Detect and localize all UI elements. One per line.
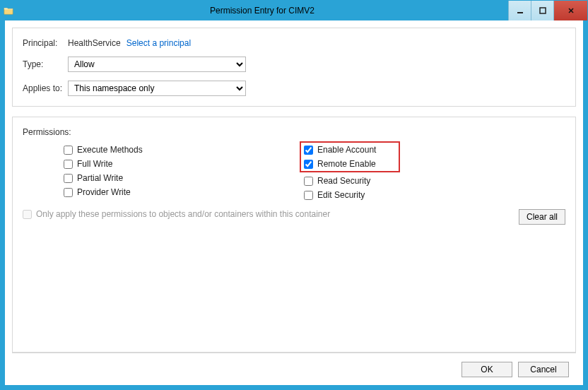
applies-row: Applies to: This namespace only [23, 81, 565, 96]
perm-checkbox[interactable] [304, 146, 313, 155]
only-apply-checkbox[interactable] [23, 210, 32, 219]
applies-select[interactable]: This namespace only [68, 81, 246, 96]
principal-row: Principal: HealthService Select a princi… [23, 38, 565, 48]
type-label: Type: [23, 59, 68, 69]
titlebar: Permission Entry for CIMV2 [1, 1, 587, 20]
perm-edit-security[interactable]: Edit Security [304, 188, 544, 202]
perm-provider-write[interactable]: Provider Write [64, 185, 304, 199]
perm-label: Enable Account [317, 145, 376, 155]
perm-partial-write[interactable]: Partial Write [64, 171, 304, 185]
type-row: Type: Allow [23, 57, 565, 72]
window-title: Permission Entry for CIMV2 [16, 1, 508, 20]
header-panel: Principal: HealthService Select a princi… [12, 28, 576, 107]
perm-remote-enable[interactable]: Remote Enable [304, 157, 396, 171]
permissions-panel: Permissions: Execute Methods Full Write [12, 117, 576, 353]
maximize-button[interactable] [531, 1, 553, 20]
principal-value: HealthService [68, 38, 121, 48]
permissions-footer: Only apply these permissions to objects … [23, 209, 565, 225]
perm-enable-account[interactable]: Enable Account [304, 143, 396, 157]
perm-checkbox[interactable] [64, 160, 73, 169]
perm-label: Remote Enable [317, 159, 376, 169]
perm-execute-methods[interactable]: Execute Methods [64, 143, 304, 157]
perm-checkbox[interactable] [304, 160, 313, 169]
perm-checkbox[interactable] [304, 191, 313, 200]
only-apply-row[interactable]: Only apply these permissions to objects … [23, 209, 330, 219]
perm-read-security[interactable]: Read Security [304, 174, 544, 188]
client-area: Principal: HealthService Select a princi… [1, 20, 587, 389]
only-apply-label: Only apply these permissions to objects … [36, 209, 330, 219]
highlight-enable-permissions: Enable Account Remote Enable [300, 141, 400, 172]
perm-label: Provider Write [77, 187, 131, 197]
perm-full-write[interactable]: Full Write [64, 157, 304, 171]
cancel-button[interactable]: Cancel [518, 362, 569, 377]
folder-icon [1, 1, 16, 20]
svg-rect-1 [540, 8, 546, 13]
perm-label: Edit Security [317, 190, 365, 200]
permissions-grid: Execute Methods Full Write Partial Write [23, 143, 565, 202]
minimize-button[interactable] [508, 1, 531, 20]
type-select[interactable]: Allow [68, 57, 246, 72]
perm-label: Partial Write [77, 173, 123, 183]
applies-label: Applies to: [23, 83, 68, 93]
window-controls [508, 1, 587, 20]
principal-label: Principal: [23, 38, 68, 48]
dialog-footer: OK Cancel [12, 353, 576, 385]
perm-label: Full Write [77, 159, 112, 169]
perm-checkbox[interactable] [64, 174, 73, 183]
svg-rect-0 [517, 12, 523, 13]
ok-button[interactable]: OK [461, 362, 512, 377]
perm-checkbox[interactable] [64, 146, 73, 155]
close-button[interactable] [553, 1, 587, 20]
content: Principal: HealthService Select a princi… [5, 20, 583, 385]
perm-label: Execute Methods [77, 145, 143, 155]
clear-all-button[interactable]: Clear all [519, 209, 565, 225]
permissions-col-left: Execute Methods Full Write Partial Write [64, 143, 304, 202]
perm-checkbox[interactable] [64, 188, 73, 197]
permissions-col-right: Enable Account Remote Enable Read Securi… [304, 143, 544, 202]
select-principal-link[interactable]: Select a principal [127, 38, 191, 48]
window: Permission Entry for CIMV2 Principal: He… [0, 0, 588, 390]
perm-label: Read Security [317, 176, 370, 186]
perm-checkbox[interactable] [304, 177, 313, 186]
permissions-header: Permissions: [23, 127, 565, 137]
